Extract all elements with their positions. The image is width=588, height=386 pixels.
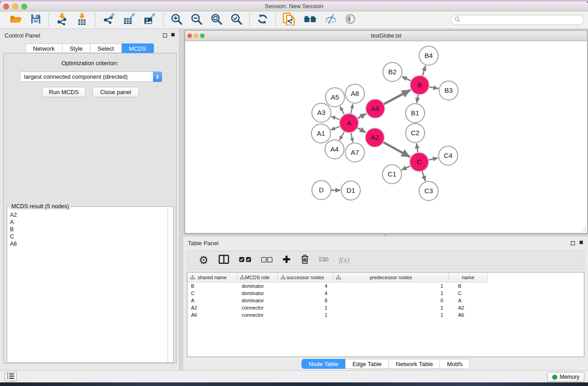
- save-session-button[interactable]: [30, 14, 41, 26]
- delete-table-button[interactable]: [319, 256, 329, 264]
- tab-style[interactable]: Style: [62, 43, 91, 53]
- graph-edge-B-B4[interactable]: [422, 66, 425, 76]
- graph-node-A1[interactable]: A1: [311, 124, 330, 143]
- split-divider[interactable]: [180, 234, 588, 237]
- show-columns-button[interactable]: [219, 255, 229, 266]
- graph-node-A[interactable]: A: [339, 114, 359, 133]
- search-box[interactable]: [451, 15, 584, 25]
- search-input[interactable]: [463, 17, 576, 23]
- criterion-select[interactable]: largest connected component (directed): [20, 71, 162, 82]
- show-all-button[interactable]: [345, 14, 356, 26]
- tab-network[interactable]: Network: [25, 43, 62, 53]
- result-item[interactable]: A2: [10, 211, 167, 219]
- zoom-in-button[interactable]: [171, 13, 182, 27]
- result-item[interactable]: A: [10, 219, 167, 226]
- tab-network-table[interactable]: Network Table: [389, 359, 440, 369]
- import-network-button[interactable]: [56, 13, 68, 27]
- tab-edge-table[interactable]: Edge Table: [345, 359, 389, 369]
- graph-edge-A-A5[interactable]: [340, 106, 344, 114]
- close-panel-button[interactable]: Close panel: [92, 87, 139, 97]
- graph-node-C2[interactable]: C2: [406, 124, 425, 143]
- graph-edge-A-A6[interactable]: [357, 114, 366, 119]
- table-settings-button[interactable]: ⚙: [199, 255, 209, 266]
- column-header-successor-nodes[interactable]: successor nodes: [278, 272, 333, 282]
- result-item[interactable]: B: [10, 226, 167, 233]
- graph-edge-A6-B[interactable]: [384, 90, 411, 104]
- add-column-button[interactable]: [282, 255, 291, 265]
- tab-select[interactable]: Select: [91, 43, 122, 53]
- graph-edge-B-B2[interactable]: [402, 76, 411, 81]
- column-header-shared-name[interactable]: shared name: [187, 272, 237, 282]
- table-row[interactable]: Cdominator41C: [187, 290, 584, 297]
- graph-node-B1[interactable]: B1: [406, 104, 425, 123]
- table-row[interactable]: A6connector11A6: [187, 311, 584, 319]
- graph-node-A2[interactable]: A2: [365, 128, 384, 147]
- column-header-mcds-role[interactable]: MCDS role: [237, 272, 278, 282]
- table-row[interactable]: Bdominator41B: [187, 282, 584, 290]
- graph-node-D[interactable]: D: [312, 181, 331, 200]
- run-mcds-button[interactable]: Run MCDS: [42, 87, 86, 97]
- export-table-button[interactable]: [123, 13, 135, 27]
- graph-edge-B-B1[interactable]: [417, 95, 418, 103]
- close-panel-icon[interactable]: ✖: [171, 32, 175, 38]
- table-row[interactable]: Adominator80A: [187, 297, 584, 304]
- zoom-selected-button[interactable]: [230, 13, 242, 27]
- hide-selected-button[interactable]: [325, 14, 337, 26]
- tab-mcds[interactable]: MCDS: [122, 43, 154, 53]
- graph-node-C3[interactable]: C3: [419, 181, 438, 200]
- graph-edge-B-B3[interactable]: [429, 87, 439, 89]
- graph-edge-C-C4[interactable]: [429, 158, 438, 160]
- graph-node-C[interactable]: C: [410, 152, 429, 172]
- network-canvas[interactable]: B4B2BB3A5A8A6A3B1AA1C2A2A4A7C4CC1C3DD1: [185, 41, 587, 233]
- graph-node-A8[interactable]: A8: [345, 84, 364, 103]
- graph-node-B3[interactable]: B3: [439, 81, 458, 100]
- graph-node-A3[interactable]: A3: [312, 103, 331, 122]
- task-history-button[interactable]: [5, 372, 17, 381]
- graph-edge-A-A7[interactable]: [351, 133, 353, 143]
- divider-grip-icon[interactable]: [383, 234, 387, 236]
- deselect-all-button[interactable]: [261, 256, 272, 264]
- graph-node-A6[interactable]: A6: [366, 99, 385, 118]
- float-panel-icon[interactable]: [571, 241, 575, 245]
- export-network-button[interactable]: [103, 13, 115, 27]
- float-panel-icon[interactable]: [163, 33, 167, 38]
- delete-column-button[interactable]: [301, 254, 309, 266]
- graph-edge-A-A8[interactable]: [351, 104, 353, 114]
- import-table-button[interactable]: [76, 13, 88, 27]
- graph-edge-C-C2[interactable]: [416, 143, 418, 152]
- graph-node-D1[interactable]: D1: [341, 181, 360, 200]
- graph-edge-A-A4[interactable]: [339, 131, 344, 140]
- graph-node-B2[interactable]: B2: [383, 62, 402, 81]
- zoom-out-button[interactable]: [191, 13, 202, 27]
- graph-edge-A2-C[interactable]: [383, 142, 410, 157]
- export-image-button[interactable]: [143, 13, 156, 27]
- select-all-button[interactable]: [239, 256, 251, 264]
- close-panel-icon[interactable]: ✖: [579, 239, 583, 246]
- graph-node-B4[interactable]: B4: [419, 46, 438, 65]
- column-header-name[interactable]: name: [449, 272, 488, 282]
- graph-node-B[interactable]: B: [410, 76, 429, 95]
- result-item[interactable]: A6: [10, 240, 167, 248]
- home-button[interactable]: [303, 14, 317, 26]
- tab-motifs[interactable]: Motifs: [440, 359, 470, 369]
- function-builder-button[interactable]: f(x): [339, 256, 350, 265]
- zoom-fit-button[interactable]: [210, 13, 222, 27]
- graph-edge-C-C1[interactable]: [402, 166, 411, 170]
- refresh-button[interactable]: [257, 14, 268, 26]
- graph-node-A5[interactable]: A5: [325, 88, 344, 107]
- result-item[interactable]: C: [10, 233, 167, 240]
- copy-network-button[interactable]: [283, 13, 295, 27]
- tab-node-table[interactable]: Node Table: [301, 359, 346, 369]
- open-file-button[interactable]: [10, 14, 22, 26]
- result-scrollbar[interactable]: [167, 207, 173, 362]
- graph-node-C1[interactable]: C1: [382, 165, 402, 184]
- graph-edge-C-C3[interactable]: [422, 171, 425, 181]
- table-row[interactable]: A2connector11A2: [187, 304, 584, 311]
- select-stepper-icon[interactable]: [153, 71, 162, 82]
- memory-button[interactable]: Memory: [547, 372, 584, 382]
- column-header-predecessor-nodes[interactable]: predecessor nodes: [333, 272, 449, 282]
- graph-edge-A-A1[interactable]: [331, 126, 340, 130]
- graph-node-A7[interactable]: A7: [345, 143, 364, 162]
- graph-node-A4[interactable]: A4: [325, 140, 344, 159]
- graph-edge-A-A3[interactable]: [331, 116, 340, 120]
